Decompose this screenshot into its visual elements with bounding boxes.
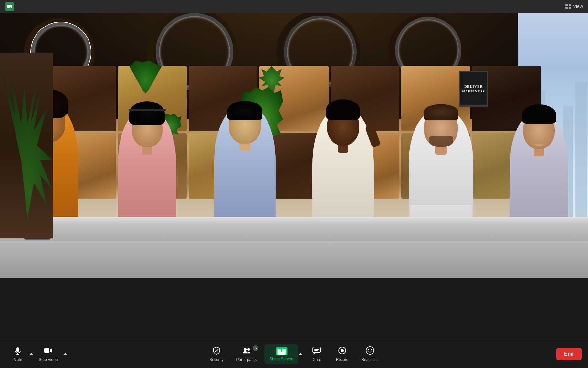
svg-point-20 bbox=[341, 349, 344, 352]
zoom-logo-svg bbox=[7, 4, 13, 9]
person-5 bbox=[392, 61, 490, 241]
toolbar-center-controls: Security 6 Participants bbox=[204, 343, 384, 364]
stop-video-group: Stop Video bbox=[34, 343, 68, 364]
lower-gray-area bbox=[0, 241, 588, 278]
svg-marker-5 bbox=[30, 353, 33, 355]
svg-rect-15 bbox=[313, 347, 321, 353]
person-6 bbox=[490, 61, 588, 241]
svg-rect-6 bbox=[44, 348, 49, 353]
participants-count-badge: 6 bbox=[253, 345, 258, 351]
svg-point-22 bbox=[368, 349, 369, 350]
top-bar: View bbox=[0, 0, 588, 13]
svg-marker-7 bbox=[50, 348, 52, 353]
view-icon bbox=[565, 4, 571, 9]
person-3 bbox=[196, 61, 294, 241]
room-scene: DELIVER HAPPINESS bbox=[0, 13, 588, 278]
person-2 bbox=[98, 61, 196, 241]
left-wall-area bbox=[0, 53, 53, 238]
reactions-icon bbox=[365, 346, 374, 356]
record-label: Record bbox=[336, 357, 349, 362]
share-screen-chevron[interactable] bbox=[299, 352, 303, 357]
mute-chevron[interactable] bbox=[29, 352, 34, 357]
person-6-hair-top bbox=[522, 104, 556, 124]
view-icon-cell bbox=[569, 4, 571, 6]
share-screen-label: Share Screen bbox=[269, 357, 293, 361]
security-icon bbox=[212, 346, 221, 356]
toolbar-left-controls: Mute Stop Video bbox=[6, 343, 68, 364]
svg-marker-8 bbox=[64, 353, 67, 355]
svg-point-9 bbox=[244, 348, 247, 351]
video-icon bbox=[44, 346, 53, 356]
record-icon bbox=[338, 346, 347, 356]
svg-rect-2 bbox=[16, 347, 19, 352]
participants-icon bbox=[242, 346, 251, 356]
stop-video-button[interactable]: Stop Video bbox=[34, 343, 63, 364]
chat-icon bbox=[312, 346, 321, 356]
main-video-area: DELIVER HAPPINESS bbox=[0, 13, 588, 278]
zoom-app-icon bbox=[5, 2, 14, 11]
view-label: View bbox=[573, 4, 583, 9]
person-4-hair-top bbox=[326, 99, 360, 120]
person-2-hair bbox=[129, 101, 165, 125]
view-icon-cell bbox=[569, 7, 571, 9]
left-palm bbox=[0, 71, 53, 220]
toolbar: Mute Stop Video bbox=[0, 340, 588, 368]
stop-video-label: Stop Video bbox=[39, 357, 58, 362]
person-4 bbox=[294, 61, 392, 241]
share-icon-box bbox=[276, 347, 287, 355]
security-button[interactable]: Security bbox=[204, 343, 228, 364]
chat-button[interactable]: Chat bbox=[306, 343, 328, 364]
reactions-label: Reactions bbox=[361, 357, 378, 362]
person-2-headset bbox=[129, 109, 166, 111]
toolbar-right-controls: End bbox=[556, 348, 582, 360]
svg-marker-1 bbox=[10, 5, 12, 8]
view-icon-cell bbox=[565, 4, 568, 6]
app-icon-container bbox=[5, 2, 14, 11]
record-button[interactable]: Record bbox=[331, 343, 354, 364]
person-5-hair bbox=[424, 104, 458, 120]
mute-button[interactable]: Mute bbox=[6, 343, 29, 364]
security-label: Security bbox=[209, 357, 223, 362]
person-3-hair bbox=[227, 101, 262, 120]
participants-label: Participants bbox=[236, 357, 257, 362]
conference-table bbox=[0, 217, 588, 244]
reactions-button[interactable]: Reactions bbox=[356, 343, 383, 364]
svg-marker-14 bbox=[299, 353, 302, 355]
view-button[interactable]: View bbox=[565, 4, 583, 9]
svg-point-21 bbox=[366, 347, 374, 354]
end-button[interactable]: End bbox=[556, 348, 582, 360]
person-6-smile bbox=[534, 143, 543, 146]
participants-button[interactable]: 6 Participants bbox=[231, 343, 262, 364]
svg-rect-0 bbox=[7, 5, 10, 8]
mute-label: Mute bbox=[14, 357, 22, 362]
view-icon-cell bbox=[565, 7, 568, 9]
svg-point-23 bbox=[371, 349, 372, 350]
mute-icon bbox=[13, 346, 22, 356]
svg-point-10 bbox=[247, 348, 250, 351]
mute-group: Mute bbox=[6, 343, 34, 364]
people-scene bbox=[0, 61, 588, 241]
share-screen-icon bbox=[276, 347, 287, 355]
chat-label: Chat bbox=[313, 357, 321, 362]
video-chevron[interactable] bbox=[63, 352, 68, 357]
share-screen-group: Share Screen bbox=[264, 344, 303, 364]
share-screen-button[interactable]: Share Screen bbox=[264, 344, 298, 364]
